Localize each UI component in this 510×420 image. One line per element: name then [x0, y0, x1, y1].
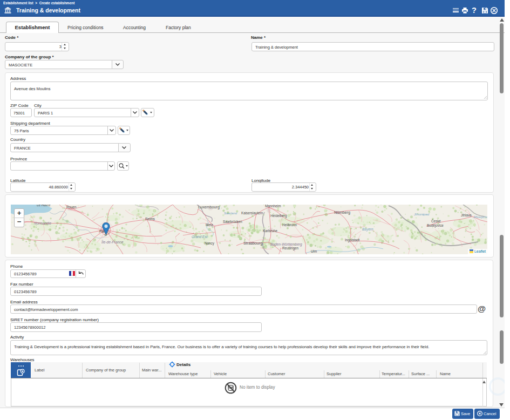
svg-text:Ingolstadt: Ingolstadt: [345, 238, 360, 242]
svg-text:Île-de-France: Île-de-France: [101, 240, 124, 244]
svg-text:Kaiserslautern: Kaiserslautern: [241, 211, 263, 215]
svg-text:Normandie: Normandie: [34, 221, 51, 225]
svg-text:Reims: Reims: [145, 217, 155, 221]
svg-text:Rouen: Rouen: [66, 205, 77, 209]
svg-text:Saarland: Saarland: [224, 212, 237, 215]
svg-text:Jihlava: Jihlava: [461, 213, 472, 217]
svg-text:Grand Est: Grand Est: [192, 235, 208, 239]
svg-text:České: České: [431, 219, 441, 223]
svg-text:Jihozápad: Jihozápad: [413, 212, 430, 216]
svg-text:Nancy: Nancy: [205, 241, 215, 246]
svg-text:Saarbrücken: Saarbrücken: [223, 220, 242, 223]
svg-text:Jihovýchod: Jihovýchod: [473, 215, 487, 219]
svg-text:Heilbronn: Heilbronn: [282, 223, 297, 227]
svg-text:Heidelberg: Heidelberg: [270, 214, 287, 218]
svg-text:Baden-Württemberg: Baden-Württemberg: [270, 242, 302, 247]
svg-text:Budějovice: Budějovice: [427, 223, 444, 228]
svg-text:Karlsruhe: Karlsruhe: [263, 229, 277, 233]
svg-text:Metz: Metz: [206, 223, 213, 227]
svg-text:Bayern: Bayern: [362, 227, 373, 232]
svg-text:Reutlingen: Reutlingen: [282, 246, 299, 250]
svg-text:Mannheim: Mannheim: [265, 205, 281, 208]
svg-text:Nürnberg: Nürnberg: [334, 210, 350, 215]
svg-text:Le Havre: Le Havre: [37, 205, 51, 207]
svg-text:Ulm: Ulm: [311, 249, 317, 253]
svg-text:Strasbourg: Strasbourg: [243, 241, 262, 246]
svg-text:Luxembourg: Luxembourg: [198, 205, 220, 209]
